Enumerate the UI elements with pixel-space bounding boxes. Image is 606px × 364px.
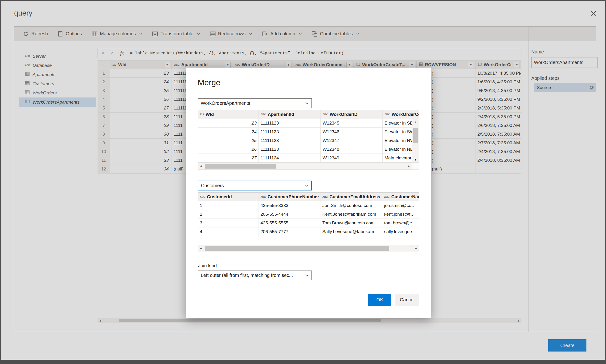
query-editor-window: query Refresh Options Manage [0,0,606,364]
customeremail-cell: Kent.Jones@fabrikam.com [321,210,382,219]
workordercomment-cell: Elevator in NE [383,145,412,154]
wid-cell: 24 [198,128,259,136]
scrollbar-corner [412,163,419,169]
column-header-customername: ABC CustomerNam [382,193,419,201]
table-row[interactable]: 27 11111124 W12349 Main elevator [198,154,419,162]
workordercomment-cell: Elevator in SW [383,128,412,136]
column-header-workordercomment: ABC WorkOrderCo [383,110,419,119]
customerphone-cell: 206-555-4444 [258,210,320,219]
customerid-cell: 3 [198,219,258,227]
apartmentid-cell: 11111123 [259,136,321,145]
customerphone-cell: 425-555-3333 [258,201,320,210]
preview-body: 23 11111123 W12345 Elevator in SE 24 111… [198,119,419,162]
column-header-customerphonenumber: ABC CustomerPhoneNumber [258,193,320,201]
customerid-cell: 1 [198,201,258,210]
ok-button[interactable]: OK [368,294,391,306]
workordercomment-cell: Main elevator [383,154,412,162]
customerphone-cell: 425-555-5555 [258,219,320,227]
apartmentid-cell: 11111123 [259,145,321,154]
horizontal-scrollbar: ◀ ▶ [198,245,419,252]
text-type-icon: ABC [385,110,390,119]
scroll-up-icon[interactable]: ▲ [412,119,419,125]
selected-value: WorkOrdersApartments [201,101,250,106]
wid-cell: 25 [198,136,259,145]
text-type-icon: ABC [323,110,328,119]
customeremail-cell: Jon.Smith@contoso.com [321,201,382,210]
horizontal-scrollbar: ◀ ▶ [198,162,419,169]
customerphone-cell: 206-555-7777 [258,227,320,236]
text-type-icon: ABC [260,193,266,201]
table-row[interactable]: 2 206-555-4444 Kent.Jones@fabrikam.com k… [198,210,419,219]
workorderid-cell: W12349 [321,154,383,162]
first-table-select[interactable]: WorkOrdersApartments [198,98,312,108]
apartmentid-cell: 11111123 [259,119,321,128]
dialog-title: Merge [198,78,220,87]
customername-cell: tom.brown@contoso.com [382,219,419,227]
text-type-icon: ABC [261,110,266,119]
scroll-left-icon[interactable]: ◀ [198,163,204,169]
table-row[interactable]: 24 11111123 W12346 Elevator in SW [198,128,419,136]
table-row[interactable]: 1 425-555-3333 Jon.Smith@contoso.com jon… [198,201,419,210]
chevron-down-icon [305,102,309,104]
preview-body: 1 425-555-3333 Jon.Smith@contoso.com jon… [198,201,419,245]
apartmentid-cell: 11111123 [259,128,321,136]
scroll-right-icon[interactable]: ▶ [406,163,412,169]
chevron-down-icon [305,274,309,277]
chevron-down-icon [305,184,309,187]
preview-header-row: 123 WId ABC ApartmentId ABC WorkOrderID … [198,110,419,119]
column-header-customeremailaddress: ABC CustomerEmailAddress [321,193,382,201]
customername-cell: kent.jones@fabrikam.com [382,210,419,219]
wid-cell: 26 [198,145,259,154]
number-type-icon: 123 [200,110,204,119]
customeremail-cell: Sally.Levesque@fabrikam.com [321,227,382,236]
table-row[interactable]: 25 11111123 W12347 Elevator in NW [198,136,419,145]
second-table-select[interactable]: Customers [198,181,312,191]
merge-dialog: Merge WorkOrdersApartments 123 WId ABC A… [186,67,431,318]
scrollbar-thumb[interactable] [205,164,276,169]
table-row[interactable]: 23 11111123 W12345 Elevator in SE [198,119,419,128]
join-kind-select[interactable]: Left outer (all from first, matching fro… [198,271,312,280]
vertical-scrollbar: ▲ ▼ [412,119,419,162]
cancel-button[interactable]: Cancel [395,294,419,306]
column-header-workorderid: ABC WorkOrderID [321,110,383,119]
customerid-cell: 2 [198,210,258,219]
text-type-icon: ABC [384,193,389,201]
scroll-down-icon[interactable]: ▼ [412,156,419,162]
scrollbar-thumb[interactable] [205,246,389,251]
scrollbar-thumb[interactable] [413,128,418,143]
table-row[interactable]: 3 425-555-5555 Tom.Brown@contoso.com tom… [198,219,419,227]
workorderid-cell: W12345 [321,119,383,128]
customerid-cell: 4 [198,227,258,236]
selected-value: Customers [201,183,224,188]
scroll-left-icon[interactable]: ◀ [198,245,204,252]
workordercomment-cell: Elevator in SE [383,119,412,128]
apartmentid-cell: 11111124 [259,154,321,162]
column-header-wid: 123 WId [198,110,259,119]
text-type-icon: ABC [200,193,205,201]
workorderid-cell: W12348 [321,145,383,154]
column-header-apartmentid: ABC ApartmentId [259,110,321,119]
preview-rows: 23 11111123 W12345 Elevator in SE 24 111… [198,119,419,162]
workordercomment-cell: Elevator in NW [383,136,412,145]
workorderid-cell: W12347 [321,136,383,145]
scroll-right-icon[interactable]: ▶ [413,245,419,252]
table-row[interactable]: 26 11111123 W12348 Elevator in NE [198,145,419,154]
preview-rows: 1 425-555-3333 Jon.Smith@contoso.com jon… [198,201,419,236]
selected-value: Left outer (all from first, matching fro… [201,273,293,278]
wid-cell: 27 [198,154,259,162]
first-table-preview: 123 WId ABC ApartmentId ABC WorkOrderID … [198,110,419,170]
text-type-icon: ABC [322,193,327,201]
join-kind-label: Join kind [198,263,217,268]
second-table-preview: ABC CustomerId ABC CustomerPhoneNumber A… [198,192,419,252]
customeremail-cell: Tom.Brown@contoso.com [321,219,382,227]
table-row[interactable]: 4 206-555-7777 Sally.Levesque@fabrikam.c… [198,227,419,236]
customername-cell: jon.smith@contoso.com [382,201,419,210]
wid-cell: 23 [198,119,259,128]
customername-cell: sally.levesque@fabrikam.com [382,227,419,236]
workorderid-cell: W12346 [321,128,383,136]
preview-header-row: ABC CustomerId ABC CustomerPhoneNumber A… [198,193,419,201]
column-header-customerid: ABC CustomerId [198,193,258,201]
